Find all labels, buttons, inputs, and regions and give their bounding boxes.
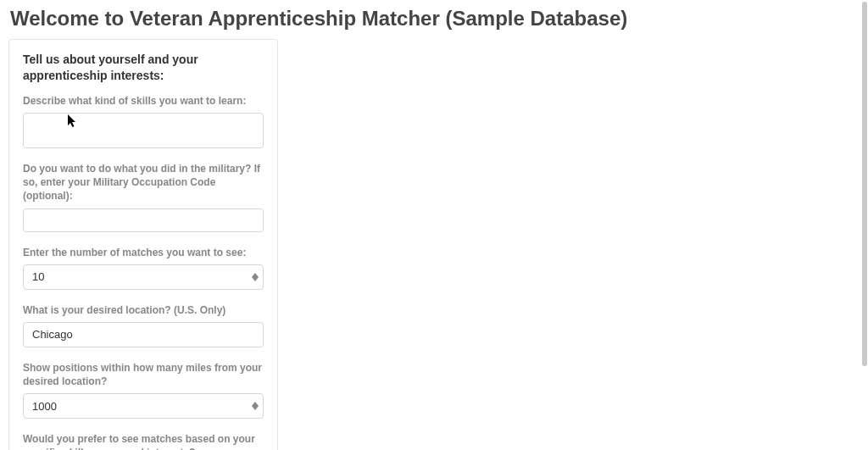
num-matches-input[interactable] — [23, 264, 264, 290]
field-skills: Describe what kind of skills you want to… — [23, 94, 264, 148]
location-label: What is your desired location? (U.S. Onl… — [23, 303, 264, 317]
location-input[interactable] — [23, 322, 264, 347]
field-location: What is your desired location? (U.S. Onl… — [23, 303, 264, 347]
military-code-input[interactable] — [23, 208, 264, 232]
form-intro: Tell us about yourself and your apprenti… — [23, 52, 264, 84]
form-card: Tell us about yourself and your apprenti… — [8, 39, 278, 450]
preference-label: Would you prefer to see matches based on… — [23, 432, 264, 450]
field-preference: Would you prefer to see matches based on… — [23, 432, 264, 450]
field-military-code: Do you want to do what you did in the mi… — [23, 162, 264, 232]
scrollbar-thumb[interactable] — [862, 2, 867, 366]
radius-input[interactable] — [23, 393, 264, 419]
field-num-matches: Enter the number of matches you want to … — [23, 246, 264, 290]
skills-label: Describe what kind of skills you want to… — [23, 94, 264, 108]
num-matches-label: Enter the number of matches you want to … — [23, 246, 264, 259]
military-code-label: Do you want to do what you did in the mi… — [23, 162, 264, 203]
radius-label: Show positions within how many miles fro… — [23, 361, 264, 388]
scrollbar[interactable] — [861, 0, 868, 450]
skills-input[interactable] — [23, 113, 264, 148]
page-title: Welcome to Veteran Apprenticeship Matche… — [0, 0, 868, 39]
field-radius: Show positions within how many miles fro… — [23, 361, 264, 419]
